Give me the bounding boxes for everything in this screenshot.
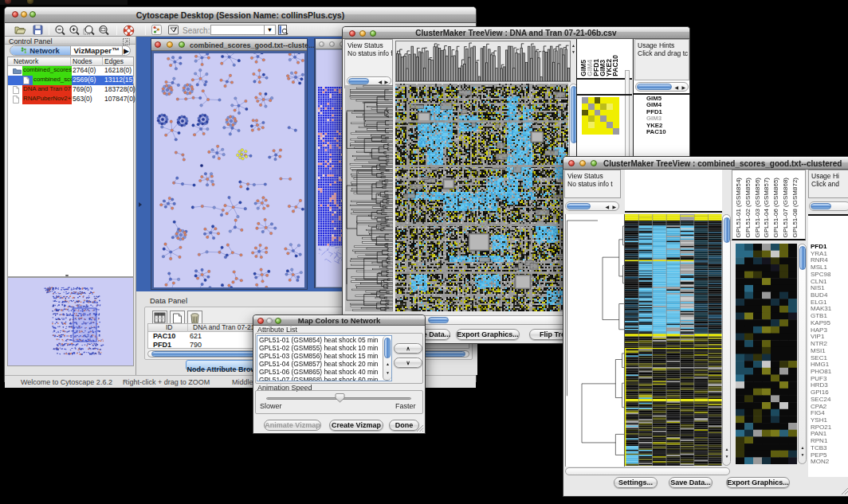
network-table-row[interactable]: combined_sco2569(6)13112(15) (8, 76, 133, 85)
resize-grip-icon[interactable] (841, 486, 848, 495)
tv1-hints-scrollbar[interactable]: ◀ ▶ (635, 82, 689, 92)
network-canvas[interactable] (154, 53, 304, 287)
tv2-secondary-vscrollbar[interactable]: ▲ ▼ (798, 244, 807, 464)
tv1-row-dendrogram[interactable] (345, 85, 393, 311)
float-panel-icon[interactable] (123, 38, 130, 45)
data-col-id[interactable]: ID (166, 323, 173, 331)
scroll-left-icon[interactable]: ◀ (605, 205, 609, 209)
tv2-heatmap-canvas[interactable] (625, 214, 722, 466)
map-dialog-title-bar[interactable]: Map Colors to Network (253, 315, 425, 326)
tv1-correlation-matrix[interactable] (582, 97, 619, 135)
network-table-row[interactable]: DNA and Tran 07769(0)183728(0) (8, 85, 133, 95)
scroll-down-icon[interactable]: ▼ (725, 455, 729, 459)
tv1-column-label[interactable]: PAC10 (611, 55, 619, 76)
network-view-window[interactable]: combined_scores_good.txt--cluste... (151, 38, 308, 290)
network-table-row[interactable]: combined_scores_2764(0)16218(0) (8, 66, 133, 76)
scroll-right-icon[interactable]: ▶ (681, 85, 685, 90)
resize-grip-icon[interactable] (416, 424, 424, 432)
zoom-out-icon[interactable] (54, 25, 66, 36)
frame-close-button[interactable] (319, 41, 324, 47)
scroll-up-icon[interactable]: ▲ (801, 446, 805, 450)
annotation-icon[interactable] (168, 25, 179, 35)
close-button[interactable] (568, 160, 575, 166)
search-dropdown-button[interactable]: ▼ (265, 25, 276, 35)
zoom-fit-icon[interactable] (98, 25, 110, 36)
scroll-left-icon[interactable]: ◀ (378, 80, 382, 84)
frame-close-button[interactable] (155, 41, 161, 48)
tv2-settings-button[interactable]: Settings... (614, 477, 658, 488)
network-table-row[interactable]: RNAPuberNov2+N563(0)107847(0) (8, 95, 133, 104)
vizmap-nodes-icon[interactable] (151, 25, 162, 35)
data-row-id: PFD1 (153, 341, 171, 349)
tv2-gene-label[interactable]: MON2 (811, 459, 831, 466)
create-vizmap-button[interactable]: Create Vizmap (329, 420, 383, 431)
col-header-nodes[interactable]: Nodes (73, 57, 92, 65)
tv2-row-dendrogram[interactable] (565, 214, 625, 467)
tv2-column-label[interactable]: GPL51-03 (GSM856) (754, 178, 761, 238)
search-input[interactable] (210, 25, 265, 35)
scroll-left-icon[interactable]: ◀ (674, 85, 678, 90)
move-up-button[interactable]: ∧ (394, 343, 422, 354)
tv2-column-label[interactable]: GPL51-08 (GSM872) (791, 178, 799, 238)
frame-minimize-button[interactable] (167, 41, 173, 48)
tab-overflow-button[interactable]: ▶ (122, 46, 130, 55)
help-lifering-icon[interactable] (123, 25, 135, 37)
tab-vizmapper[interactable]: VizMapper™ (71, 46, 122, 55)
zoom-in-icon[interactable] (69, 25, 80, 36)
attribute-list-item[interactable]: GPL51-07 (GSM868) heat shock 60 min (259, 377, 378, 381)
scroll-up-icon[interactable]: ▲ (571, 44, 575, 48)
tv2-status-scrollbar[interactable]: ◀ ▶ (565, 201, 619, 211)
tv2-column-label[interactable]: GPL51-07 (GSM868) (782, 178, 789, 238)
frame-zoom-button[interactable] (179, 41, 185, 48)
frame-minimize-button[interactable] (329, 41, 335, 47)
tv2-column-label[interactable]: GPL51-02 (GSM855) (744, 178, 752, 238)
scroll-down-icon[interactable]: ▼ (801, 453, 805, 457)
tv2-heatmap-vscrollbar[interactable]: ▲ ▼ (722, 214, 731, 466)
main-title-bar[interactable]: Cytoscape Desktop (Session Name: collins… (5, 7, 476, 23)
tv1-gene-label[interactable]: PAC10 (646, 129, 666, 135)
scroll-down-icon[interactable]: ▼ (386, 371, 390, 375)
scroll-up-icon[interactable]: ▲ (725, 447, 729, 451)
splitter-collapse-icon[interactable] (139, 202, 142, 207)
zoom-selected-icon[interactable] (83, 25, 96, 36)
tv1-column-dendrogram[interactable] (395, 41, 571, 82)
tv2-heatmap-hscrollbar[interactable] (565, 467, 730, 475)
attribute-listbox[interactable]: GPL51-01 (GSM854) heat shock 05 minGPL51… (257, 335, 392, 381)
treeview1-title: ClusterMaker TreeView : DNA and Tran 07-… (343, 29, 689, 37)
tv2-save-data-button[interactable]: Save Data... (669, 477, 713, 488)
treeview2-title-bar[interactable]: ClusterMaker TreeView : combined_scores_… (563, 157, 848, 170)
tab-network[interactable]: Network (10, 46, 71, 55)
matrix-cell (588, 110, 595, 116)
move-down-button[interactable]: ∨ (394, 357, 422, 368)
zoom-button[interactable] (591, 160, 597, 166)
col-header-network[interactable]: Network (14, 57, 38, 65)
tv1-heatmap-canvas[interactable] (395, 84, 568, 311)
tv2-hints-scrollbar[interactable] (809, 201, 848, 211)
open-folder-icon[interactable] (14, 25, 26, 35)
animate-vizmap-button[interactable]: Animate Vizmap (264, 420, 321, 431)
tv2-column-label[interactable]: GPL51-06 (GSM865) (772, 178, 779, 238)
save-icon[interactable] (33, 25, 43, 35)
minimize-button[interactable] (579, 160, 586, 166)
done-button[interactable]: Done (389, 420, 419, 431)
tv2-column-label[interactable]: GPL51-04 (GSM857) (763, 178, 770, 238)
col-header-edges[interactable]: Edges (104, 57, 124, 65)
scroll-up-icon[interactable]: ▲ (386, 362, 390, 366)
node-attribute-browser-tab[interactable]: Node Attribute Brows (186, 360, 261, 370)
scroll-right-icon[interactable]: ▶ (384, 80, 388, 84)
matrix-cell (607, 122, 613, 128)
tv2-column-label[interactable]: GPL51-01 (GSM854) (735, 178, 742, 238)
matrix-cell (588, 122, 595, 128)
tv1-export-graphics-button[interactable]: Export Graphics... (456, 329, 520, 340)
treeview1-title-bar[interactable]: ClusterMaker TreeView : DNA and Tran 07-… (343, 27, 689, 39)
tv2-export-graphics-button[interactable]: Export Graphics... (726, 477, 790, 488)
network-overview-canvas[interactable] (8, 278, 133, 365)
search-settings-icon[interactable] (278, 25, 289, 35)
scroll-right-icon[interactable]: ▶ (612, 205, 616, 209)
tv2-secondary-heatmap-canvas[interactable] (736, 244, 797, 464)
attribute-list-vscrollbar[interactable]: ▲ ▼ (383, 336, 391, 381)
scroll-down-icon[interactable]: ▼ (571, 50, 575, 54)
tv1-status-scrollbar[interactable]: ◀ ▶ (347, 76, 391, 85)
matrix-cell (613, 115, 619, 122)
speed-slider-thumb[interactable] (335, 393, 345, 403)
